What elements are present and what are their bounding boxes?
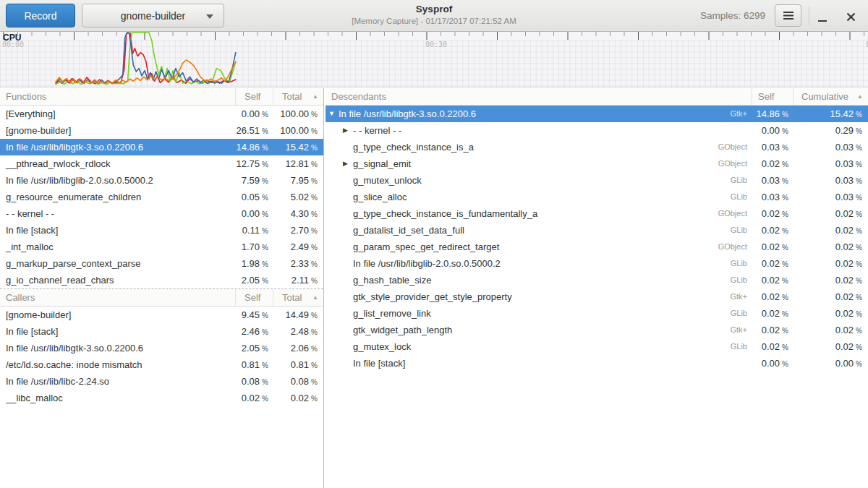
descendant-name-cell: ▶- - kernel - - [326, 122, 752, 139]
self-percent: 0.02% [235, 390, 273, 406]
descendant-name-cell: g_mutex_unlockGLib [326, 172, 752, 189]
percent-sign: % [856, 177, 862, 185]
total-percent: 15.42% [273, 139, 323, 155]
functions-column-header[interactable]: Functions [0, 88, 235, 105]
function-row[interactable]: In file /usr/lib/libglib-2.0.so.0.5000.2… [0, 172, 323, 189]
library-badge: GLib [723, 222, 752, 239]
descendant-row[interactable]: gtk_style_provider_get_style_propertyGtk… [326, 288, 868, 305]
function-row[interactable]: In file /usr/lib/libgtk-3.so.0.2200.614.… [0, 139, 323, 155]
descendants-header: Descendants Self Cumulative ▲ [326, 88, 868, 106]
caller-row[interactable]: [gnome-builder]9.45%14.49% [0, 307, 323, 323]
callers-list: [gnome-builder]9.45%14.49%In file [stack… [0, 307, 323, 406]
cumulative-column-header[interactable]: Cumulative ▲ [793, 88, 868, 105]
descendant-row[interactable]: g_mutex_lockGLib0.02%0.02% [326, 338, 868, 355]
self-percent: 0.00% [752, 122, 793, 139]
self-percent: 7.59% [235, 172, 273, 189]
self-percent: 0.03% [752, 172, 793, 189]
caller-row[interactable]: In file /usr/lib/libgtk-3.so.0.2200.62.0… [0, 340, 323, 356]
self-column-header[interactable]: Self [235, 88, 273, 105]
functions-header: Functions Self Total ▲ [0, 88, 323, 106]
cpu-graph[interactable]: CPU 00:00 00:30 01:00 [0, 32, 868, 87]
descendant-row[interactable]: g_type_check_instance_is_fundamentally_a… [326, 205, 868, 222]
descendant-row[interactable]: g_slice_allocGLib0.03%0.03% [326, 189, 868, 205]
cumulative-percent: 0.00% [793, 355, 868, 372]
callers-total-column-header[interactable]: Total ▲ [273, 289, 323, 306]
menu-button[interactable] [775, 4, 801, 27]
percent-sign: % [856, 127, 862, 135]
function-row[interactable]: In file [stack]0.11%2.70% [0, 222, 323, 239]
library-badge: GLib [723, 305, 752, 322]
percent-sign: % [782, 343, 788, 351]
descendant-row[interactable]: g_hash_table_sizeGLib0.02%0.02% [326, 272, 868, 288]
self-percent: 0.00% [235, 106, 273, 122]
expander-collapsed-icon[interactable]: ▶ [343, 122, 353, 139]
descendant-row[interactable]: ▼In file /usr/lib/libgtk-3.so.0.2200.6Gt… [326, 106, 868, 122]
descendant-row[interactable]: In file /usr/lib/libglib-2.0.so.0.5000.2… [326, 255, 868, 272]
descendant-row[interactable]: ▶g_signal_emitGObject0.02%0.03% [326, 155, 868, 172]
function-name: [gnome-builder] [0, 307, 235, 323]
descendant-name: g_mutex_unlock [353, 172, 422, 189]
record-button[interactable]: Record [6, 4, 75, 27]
self-percent: 2.05% [235, 340, 273, 356]
callers-column-header[interactable]: Callers [0, 289, 235, 306]
self-percent: 12.75% [235, 155, 273, 172]
percent-sign: % [856, 111, 862, 119]
descendants-list: ▼In file /usr/lib/libgtk-3.so.0.2200.6Gt… [326, 106, 868, 372]
function-row[interactable]: g_io_channel_read_chars2.05%2.11% [0, 272, 323, 288]
function-row[interactable]: g_markup_parse_context_parse1.98%2.33% [0, 255, 323, 272]
close-button[interactable] [841, 7, 860, 26]
percent-sign: % [262, 160, 268, 168]
descendants-self-column-header[interactable]: Self [752, 88, 793, 105]
expander-expanded-icon[interactable]: ▼ [328, 106, 339, 122]
function-row[interactable]: __pthread_rwlock_rdlock12.75%12.81% [0, 155, 323, 172]
percent-sign: % [311, 127, 318, 135]
descendant-row[interactable]: g_list_remove_linkGLib0.02%0.02% [326, 305, 868, 322]
descendant-row[interactable]: g_datalist_id_set_data_fullGLib0.02%0.02… [326, 222, 868, 239]
self-percent: 0.00% [235, 205, 273, 222]
minimize-button[interactable] [813, 7, 832, 26]
descendant-row[interactable]: ▶- - kernel - -0.00%0.29% [326, 122, 868, 139]
cumulative-percent: 0.29% [793, 122, 868, 139]
cumulative-percent: 0.02% [793, 272, 868, 288]
cumulative-percent: 0.02% [793, 322, 868, 338]
self-percent: 1.98% [235, 255, 273, 272]
descendant-row[interactable]: g_mutex_unlockGLib0.03%0.03% [326, 172, 868, 189]
function-row[interactable]: [Everything]0.00%100.00% [0, 106, 323, 122]
function-name: g_io_channel_read_chars [0, 272, 235, 288]
caller-row[interactable]: In file /usr/lib/libc-2.24.so0.08%0.08% [0, 373, 323, 390]
library-badge: GLib [723, 272, 752, 288]
descendant-name-cell: gtk_style_provider_get_style_propertyGtk… [326, 288, 752, 305]
function-row[interactable]: g_resource_enumerate_children0.05%5.02% [0, 189, 323, 205]
percent-sign: % [262, 144, 268, 152]
percent-sign: % [262, 312, 268, 320]
caller-row[interactable]: In file [stack]2.46%2.48% [0, 323, 323, 340]
function-row[interactable]: _int_malloc1.70%2.49% [0, 239, 323, 255]
percent-sign: % [262, 111, 268, 119]
callers-self-column-header[interactable]: Self [235, 289, 273, 306]
percent-sign: % [856, 327, 862, 335]
descendant-name: In file [stack] [353, 355, 405, 372]
descendant-row[interactable]: In file [stack]0.00%0.00% [326, 355, 868, 372]
descendant-name: g_param_spec_get_redirect_target [353, 239, 499, 255]
function-row[interactable]: - - kernel - -0.00%4.30% [0, 205, 323, 222]
caller-row[interactable]: __libc_malloc0.02%0.02% [0, 390, 323, 406]
function-row[interactable]: [gnome-builder]26.51%100.00% [0, 122, 323, 139]
descendants-column-header[interactable]: Descendants [326, 88, 752, 105]
percent-sign: % [311, 177, 318, 185]
expander-collapsed-icon[interactable]: ▶ [343, 155, 353, 172]
percent-sign: % [262, 177, 268, 185]
caller-row[interactable]: /etc/ld.so.cache: inode mismatch0.81%0.8… [0, 356, 323, 373]
total-percent: 2.06% [273, 340, 323, 356]
total-column-header[interactable]: Total ▲ [273, 88, 323, 105]
function-name: _int_malloc [0, 239, 235, 255]
descendant-row[interactable]: gtk_widget_path_lengthGtk+0.02%0.02% [326, 322, 868, 338]
function-name: g_resource_enumerate_children [0, 189, 235, 205]
process-selector-dropdown[interactable]: gnome-builder [82, 4, 224, 27]
sort-ascending-icon: ▲ [857, 88, 863, 105]
function-name: In file /usr/lib/libgtk-3.so.0.2200.6 [0, 340, 235, 356]
self-percent: 0.02% [752, 322, 793, 338]
percent-sign: % [262, 328, 268, 336]
self-percent: 14.86% [752, 106, 793, 122]
descendant-row[interactable]: g_type_check_instance_is_aGObject0.03%0.… [326, 139, 868, 155]
descendant-row[interactable]: g_param_spec_get_redirect_targetGObject0… [326, 239, 868, 255]
